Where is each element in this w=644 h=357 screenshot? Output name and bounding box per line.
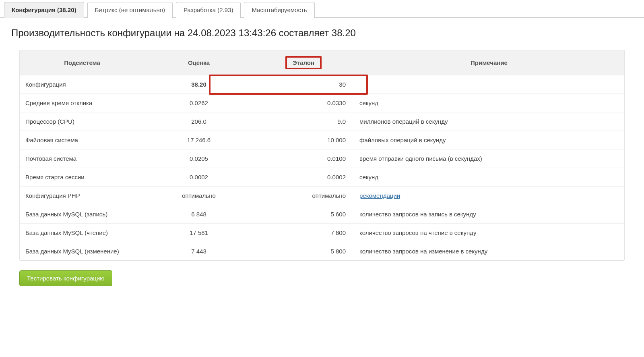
table-row: Процессор (CPU)206.09.0миллионов операци… [20, 112, 624, 131]
cell-reference: 0.0330 [253, 94, 354, 112]
cell-subsystem: Конфигурация [20, 75, 144, 94]
cell-subsystem: Почтовая система [20, 149, 144, 168]
cell-reference: 5 800 [253, 242, 354, 261]
cell-reference: 9.0 [253, 112, 354, 131]
table-row: База данных MySQL (чтение)17 5817 800кол… [20, 224, 624, 242]
cell-note: файловых операций в секунду [354, 131, 624, 149]
table-header-row: Подсистема Оценка Эталон Примечание [20, 50, 624, 75]
cell-subsystem: База данных MySQL (изменение) [20, 242, 144, 261]
cell-subsystem: Среднее время отклика [20, 94, 144, 112]
table-row: Файловая система17 246.610 000файловых о… [20, 131, 624, 149]
cell-score: 206.0 [144, 112, 253, 131]
recommendations-link[interactable]: рекомендации [359, 192, 400, 199]
header-score: Оценка [144, 50, 253, 75]
cell-score: 0.0262 [144, 94, 253, 112]
cell-note [354, 75, 624, 94]
cell-subsystem: База данных MySQL (чтение) [20, 224, 144, 242]
cell-note: секунд [354, 94, 624, 112]
cell-score: 0.0205 [144, 149, 253, 168]
tab-scalability[interactable]: Масштабируемость [244, 2, 314, 18]
table-row: Конфигурация PHPоптимальнооптимальнореко… [20, 187, 624, 205]
cell-note: количество запросов на изменение в секун… [354, 242, 624, 261]
cell-subsystem: Конфигурация PHP [20, 187, 144, 205]
header-reference-highlight: Эталон [285, 56, 322, 69]
tab-bitrix[interactable]: Битрикс (не оптимально) [87, 2, 173, 18]
tab-configuration[interactable]: Конфигурация (38.20) [4, 2, 84, 18]
header-reference: Эталон [253, 50, 354, 75]
cell-note: количество запросов на запись в секунду [354, 205, 624, 224]
cell-reference: 10 000 [253, 131, 354, 149]
cell-reference: 7 800 [253, 224, 354, 242]
table-row: Среднее время отклика0.02620.0330секунд [20, 94, 624, 112]
cell-reference: 5 600 [253, 205, 354, 224]
performance-table: Подсистема Оценка Эталон Примечание Конф… [20, 50, 624, 260]
tab-development[interactable]: Разработка (2.93) [176, 2, 241, 18]
page-title: Производительность конфигурации на 24.08… [11, 27, 633, 39]
content-area: Производительность конфигурации на 24.08… [0, 18, 644, 300]
cell-score: 7 443 [144, 242, 253, 261]
cell-score: 38.20 [144, 75, 253, 94]
table-row: Почтовая система0.02050.0100время отправ… [20, 149, 624, 168]
cell-score: оптимально [144, 187, 253, 205]
cell-note: количество запросов на чтение в секунду [354, 224, 624, 242]
cell-note: миллионов операций в секунду [354, 112, 624, 131]
table-body: Конфигурация38.2030Среднее время отклика… [20, 75, 624, 261]
cell-reference: 0.0100 [253, 149, 354, 168]
cell-subsystem: Время старта сессии [20, 168, 144, 187]
table-row: Время старта сессии0.00020.0002секунд [20, 168, 624, 187]
cell-note: рекомендации [354, 187, 624, 205]
table-row: База данных MySQL (изменение)7 4435 800к… [20, 242, 624, 261]
header-subsystem: Подсистема [20, 50, 144, 75]
cell-reference: оптимально [253, 187, 354, 205]
table-row: Конфигурация38.2030 [20, 75, 624, 94]
cell-score: 17 246.6 [144, 131, 253, 149]
tabs-bar: Конфигурация (38.20) Битрикс (не оптимал… [0, 0, 644, 18]
cell-reference: 30 [253, 75, 354, 94]
cell-subsystem: Файловая система [20, 131, 144, 149]
header-note: Примечание [354, 50, 624, 75]
cell-note: время отправки одного письма (в секундах… [354, 149, 624, 168]
cell-reference: 0.0002 [253, 168, 354, 187]
test-configuration-button[interactable]: Тестировать конфигурацию [19, 270, 112, 286]
cell-score: 6 848 [144, 205, 253, 224]
cell-score: 0.0002 [144, 168, 253, 187]
performance-table-wrap: Подсистема Оценка Эталон Примечание Конф… [19, 50, 625, 261]
cell-score: 17 581 [144, 224, 253, 242]
cell-note: секунд [354, 168, 624, 187]
cell-subsystem: Процессор (CPU) [20, 112, 144, 131]
table-row: База данных MySQL (запись)6 8485 600коли… [20, 205, 624, 224]
cell-subsystem: База данных MySQL (запись) [20, 205, 144, 224]
